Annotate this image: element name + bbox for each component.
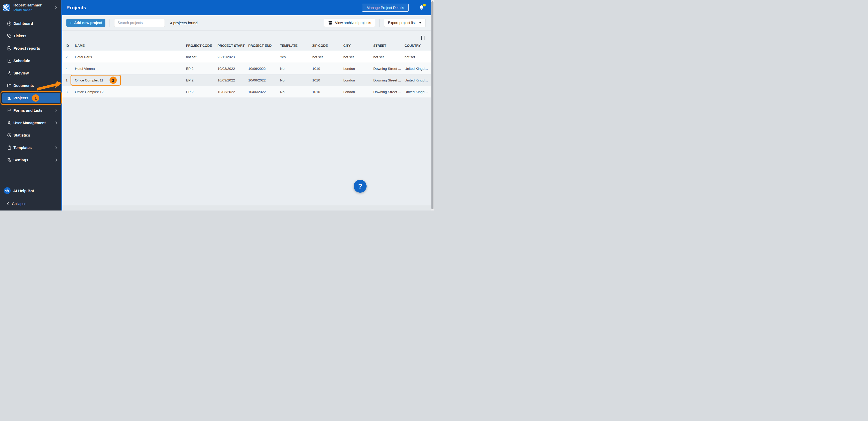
sidebar-nav: DashboardTicketsProject reportsScheduleS… [0,17,62,166]
cell-project-start: 10/03/2022 [218,67,248,71]
cell-country: United Kingdom [405,67,431,71]
view-archived-projects-button[interactable]: View archived projects [324,19,375,27]
cell-city: London [343,90,373,94]
collapse-button[interactable]: Collapse [6,201,26,206]
annotation-step-badge: 2 [110,77,117,84]
sidebar-item-schedule[interactable]: Schedule [0,55,62,67]
toolbar-divider [110,19,110,27]
archive-icon [328,21,333,25]
table-row-project-4[interactable]: 4Hotel ViennaEP 210/03/202210/06/2022No1… [62,63,431,75]
cell-country: United Kingdom [405,90,431,94]
archived-button-label: View archived projects [335,21,371,25]
page-title: Projects [66,5,86,10]
table-row-project-3[interactable]: 3Office Complex 12EP 210/03/202210/06/20… [62,86,431,98]
sidebar-item-ai-help-bot[interactable]: AI Help Bot [4,187,34,194]
sidebar-item-label: Statistics [13,133,30,137]
forms-and-lists-icon [7,108,12,113]
sidebar-item-label: Documents [13,84,34,88]
column-header-project-start: PROJECT START [218,44,248,51]
results-count: 4 projects found [170,21,197,25]
tickets-icon [7,33,12,38]
planradar-logo-icon [3,4,10,11]
sidebar-item-label: Projects [13,96,28,100]
column-header-country: COUNTRY [405,44,431,51]
cell-city: not set [343,55,373,59]
user-management-icon [7,120,12,125]
sidebar-item-label: Tickets [13,34,26,38]
sidebar-item-forms-and-lists[interactable]: Forms and Lists [0,104,62,117]
sidebar-item-documents[interactable]: Documents [0,79,62,92]
cell-zip-code: 1010 [312,78,343,82]
search-projects-input[interactable] [114,19,165,27]
notification-bell-icon[interactable] [418,4,425,11]
sidebar-item-tickets[interactable]: Tickets [0,30,62,42]
cell-id: 3 [66,90,75,94]
table-empty-area [62,98,431,205]
chevron-right-icon [54,158,59,162]
robot-icon [4,187,10,194]
cell-project-code: EP 2 [186,67,218,71]
cell-project-end: 10/06/2022 [248,78,280,82]
cell-name: Office Complex 11 [75,78,186,82]
cell-country: United Kingdom [405,78,431,82]
cell-project-code: EP 2 [186,90,218,94]
cell-city: London [343,67,373,71]
column-header-zip-code: ZIP CODE [312,44,343,51]
horizontal-scrollbar-track[interactable] [62,205,434,210]
projects-icon [7,95,12,101]
sidebar-item-label: User Management [13,121,46,125]
column-header-city: CITY [343,44,373,51]
sidebar-item-project-reports[interactable]: Project reports [0,42,62,55]
cell-street: Downing Street ... [373,78,405,82]
page-header: Projects Manage Project Details [62,0,434,15]
scrollbar-thumb[interactable] [431,1,433,209]
collapse-label: Collapse [12,202,26,206]
sidebar-item-label: Dashboard [13,22,33,26]
workspace-switcher[interactable]: Robert Hammer PlanRadar [0,0,62,15]
projects-toolbar: + Add new project 4 projects found View … [62,15,434,30]
sidebar: Robert Hammer PlanRadar DashboardTickets… [0,0,62,210]
main-content: Projects Manage Project Details + Add ne… [62,0,434,210]
dashboard-icon [7,21,12,26]
sidebar-item-projects[interactable]: Projects1 [0,92,62,104]
cell-project-end: 10/06/2022 [248,90,280,94]
cell-project-start: 10/03/2022 [218,90,248,94]
sidebar-item-templates[interactable]: Templates [0,141,62,154]
sidebar-item-statistics[interactable]: Statistics [0,129,62,141]
cell-project-start: 23/11/2023 [218,55,248,59]
notification-dot [423,4,426,6]
sidebar-item-label: Schedule [13,59,30,63]
table-body: 2Hotel Parisnot set23/11/2023Yesnot setn… [62,51,434,98]
siteview-icon [7,71,12,76]
cell-template: No [280,78,312,82]
chevron-right-icon [54,120,59,125]
cell-project-end: 10/06/2022 [248,67,280,71]
sidebar-item-user-management[interactable]: User Management [0,117,62,129]
cell-template: Yes [280,55,312,59]
chevron-right-icon [54,108,59,113]
cell-street: Downing Street ... [373,90,405,94]
sidebar-item-settings[interactable]: Settings [0,154,62,166]
cell-name: Hotel Paris [75,55,186,59]
cell-template: No [280,67,312,71]
column-header-name: NAME [75,44,186,51]
export-project-list-button[interactable]: Export project list [384,19,426,27]
cell-project-code: not set [186,55,218,59]
add-new-project-button[interactable]: + Add new project [66,19,105,27]
cell-zip-code: not set [312,55,343,59]
toolbar-divider [379,19,380,27]
sidebar-item-label: Project reports [13,46,40,50]
sidebar-item-dashboard[interactable]: Dashboard [0,17,62,30]
table-row-project-2[interactable]: 2Hotel Parisnot set23/11/2023Yesnot setn… [62,51,431,63]
vertical-scrollbar[interactable] [431,0,434,210]
cell-street: Downing Street ... [373,67,405,71]
column-settings-icon[interactable] [421,36,425,40]
sidebar-item-siteview[interactable]: SiteView [0,67,62,79]
manage-project-details-button[interactable]: Manage Project Details [362,4,409,11]
cell-id: 4 [66,67,75,71]
table-row-project-1[interactable]: 1Office Complex 11EP 210/03/202210/06/20… [62,75,431,86]
cell-project-code: EP 2 [186,78,218,82]
settings-icon [7,158,12,163]
sidebar-item-label: Templates [13,146,32,150]
help-button[interactable]: ? [354,180,367,193]
